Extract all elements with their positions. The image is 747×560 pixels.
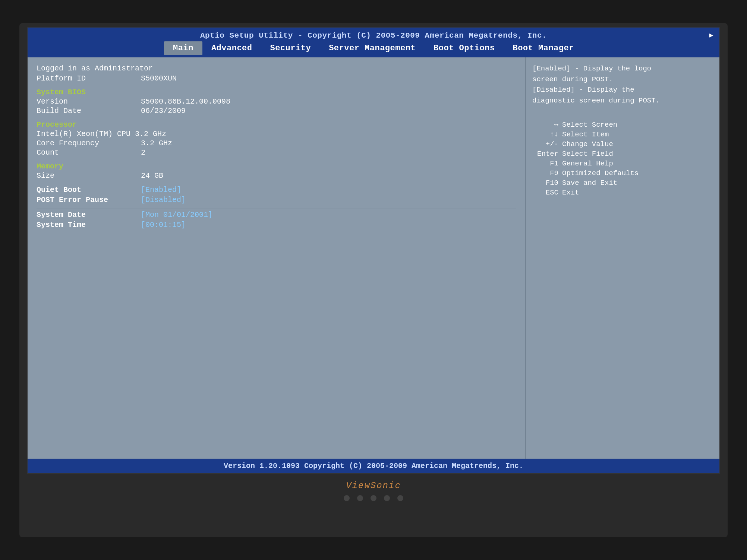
- left-panel: Logged in as Administrator Platform ID S…: [28, 57, 526, 459]
- memory-size-row: Size 24 GB: [37, 171, 516, 180]
- system-date-row: System Date [Mon 01/01/2001]: [37, 211, 516, 220]
- post-error-label: POST Error Pause: [37, 196, 141, 204]
- build-date-label: Build Date: [37, 107, 141, 115]
- version-label: Version: [37, 97, 141, 106]
- count-row: Count 2: [37, 148, 516, 157]
- bios-screen: Aptio Setup Utility - Copyright (C) 2005…: [27, 27, 720, 474]
- key-desc: Select Field: [562, 150, 613, 158]
- key-desc: Change Value: [562, 140, 613, 148]
- monitor-dot-1: [344, 495, 350, 501]
- post-error-value[interactable]: [Disabled]: [141, 196, 186, 205]
- right-arrow-icon: ▶: [709, 31, 713, 41]
- monitor-controls: [344, 495, 403, 501]
- key-desc: Exit: [562, 189, 579, 197]
- key-help-section: ↔Select Screen↑↓Select Item+/-Change Val…: [532, 121, 713, 197]
- count-value: 2: [141, 148, 145, 157]
- tab-boot-options[interactable]: Boot Options: [425, 41, 504, 55]
- key-row: F1General Help: [532, 159, 713, 168]
- key-code: ↑↓: [532, 130, 558, 139]
- key-code: F10: [532, 179, 558, 187]
- bios-section-label: System BIOS: [37, 88, 516, 97]
- monitor-dot-3: [371, 495, 376, 501]
- system-time-value[interactable]: [00:01:15]: [141, 221, 186, 230]
- help-text: [Enabled] - Display the logo screen duri…: [532, 63, 713, 106]
- quiet-boot-section: Quiet Boot [Enabled] POST Error Pause [D…: [37, 186, 516, 205]
- date-time-section: System Date [Mon 01/01/2001] System Time…: [37, 211, 516, 230]
- platform-value: S5000XUN: [141, 74, 177, 83]
- divider: [37, 184, 516, 184]
- system-date-value[interactable]: [Mon 01/01/2001]: [141, 211, 212, 220]
- core-freq-row: Core Frequency 3.2 GHz: [37, 139, 516, 148]
- version-row: Version S5000.86B.12.00.0098: [37, 97, 516, 106]
- platform-row: Platform ID S5000XUN: [37, 74, 516, 83]
- divider2: [37, 209, 516, 209]
- key-desc: Select Item: [562, 130, 609, 139]
- memory-section-label: Memory: [37, 162, 516, 171]
- quiet-boot-label: Quiet Boot: [37, 186, 141, 194]
- memory-section: Memory Size 24 GB: [37, 162, 516, 180]
- tab-boot-manager[interactable]: Boot Manager: [504, 41, 583, 55]
- quiet-boot-value[interactable]: [Enabled]: [141, 186, 181, 195]
- bottom-bar: Version 1.20.1093 Copyright (C) 2005-200…: [28, 459, 719, 473]
- core-freq-label: Core Frequency: [37, 139, 141, 148]
- key-code: F1: [532, 159, 558, 168]
- key-desc: Save and Exit: [562, 179, 617, 187]
- help-line4: diagnostic screen during POST.: [532, 97, 660, 105]
- key-row: +/-Change Value: [532, 140, 713, 148]
- key-code: ESC: [532, 189, 558, 197]
- logged-in-label: Logged in as Administrator: [37, 64, 516, 73]
- processor-model: Intel(R) Xeon(TM) CPU 3.2 GHz: [37, 130, 166, 138]
- key-code: ↔: [532, 121, 558, 129]
- key-code: +/-: [532, 140, 558, 148]
- right-panel: [Enabled] - Display the logo screen duri…: [526, 57, 719, 459]
- key-row: ↔Select Screen: [532, 121, 713, 129]
- help-line2: screen during POST.: [532, 75, 613, 83]
- platform-label: Platform ID: [37, 74, 141, 83]
- monitor-dot-4: [384, 495, 390, 501]
- monitor-brand: ViewSonic: [346, 481, 401, 491]
- build-date-value: 06/23/2009: [141, 107, 186, 115]
- memory-size-value: 24 GB: [141, 171, 163, 180]
- help-line1: [Enabled] - Display the logo: [532, 64, 651, 73]
- bios-section: System BIOS Version S5000.86B.12.00.0098…: [37, 88, 516, 115]
- processor-model-row: Intel(R) Xeon(TM) CPU 3.2 GHz: [37, 130, 516, 138]
- build-date-row: Build Date 06/23/2009: [37, 107, 516, 115]
- key-desc: Optimized Defaults: [562, 169, 639, 177]
- version-value: S5000.86B.12.00.0098: [141, 97, 230, 106]
- monitor-dot-2: [357, 495, 363, 501]
- platform-section: Platform ID S5000XUN: [37, 74, 516, 83]
- help-line3: [Disabled] - Display the: [532, 86, 634, 94]
- quiet-boot-row: Quiet Boot [Enabled]: [37, 186, 516, 195]
- tab-security[interactable]: Security: [261, 41, 320, 55]
- monitor-dot-5: [397, 495, 403, 501]
- processor-section: Processor Intel(R) Xeon(TM) CPU 3.2 GHz …: [37, 120, 516, 157]
- footer-text: Version 1.20.1093 Copyright (C) 2005-200…: [224, 462, 523, 470]
- processor-section-label: Processor: [37, 120, 516, 129]
- core-freq-value: 3.2 GHz: [141, 139, 172, 148]
- system-time-label: System Time: [37, 221, 141, 229]
- system-date-label: System Date: [37, 211, 141, 219]
- bios-title: Aptio Setup Utility - Copyright (C) 2005…: [28, 30, 719, 42]
- memory-size-label: Size: [37, 171, 141, 180]
- key-row: F10Save and Exit: [532, 179, 713, 187]
- key-row: ↑↓Select Item: [532, 130, 713, 139]
- tab-server-management[interactable]: Server Management: [320, 41, 425, 55]
- tab-advanced[interactable]: Advanced: [202, 41, 261, 55]
- count-label: Count: [37, 148, 141, 157]
- key-desc: Select Screen: [562, 121, 617, 129]
- post-error-row: POST Error Pause [Disabled]: [37, 196, 516, 205]
- key-row: ESCExit: [532, 189, 713, 197]
- key-row: F9Optimized Defaults: [532, 169, 713, 177]
- content-area: Logged in as Administrator Platform ID S…: [28, 57, 719, 459]
- tab-main[interactable]: Main: [164, 41, 202, 55]
- key-row: EnterSelect Field: [532, 150, 713, 158]
- key-code: Enter: [532, 150, 558, 158]
- nav-bar: Main Advanced Security Server Management…: [28, 41, 719, 55]
- system-time-row: System Time [00:01:15]: [37, 221, 516, 230]
- menu-bar: Aptio Setup Utility - Copyright (C) 2005…: [28, 28, 719, 58]
- monitor-bezel: Aptio Setup Utility - Copyright (C) 2005…: [19, 23, 728, 537]
- key-code: F9: [532, 169, 558, 177]
- key-desc: General Help: [562, 159, 613, 168]
